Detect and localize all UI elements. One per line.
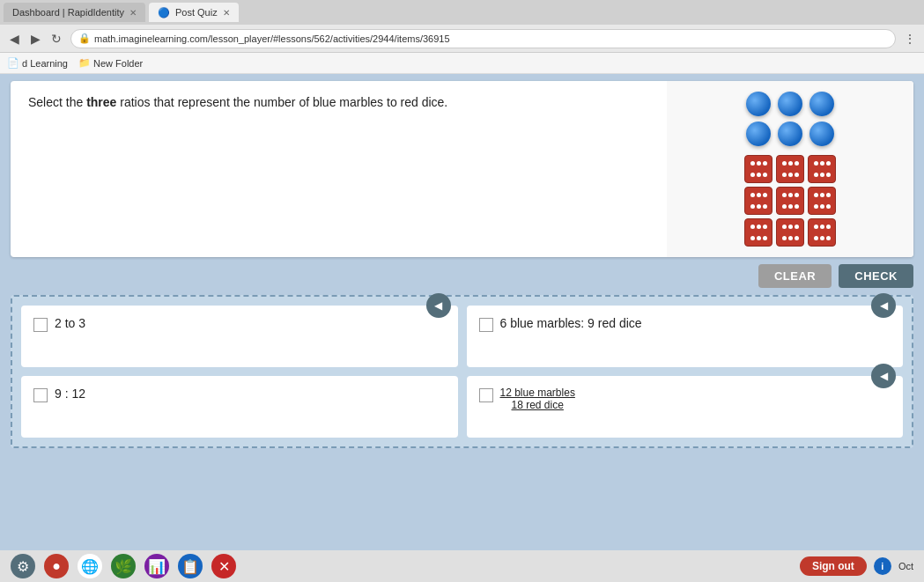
- more-options-icon[interactable]: ⋮: [903, 32, 917, 46]
- question-visual-area: [667, 81, 913, 257]
- marbles-row-1: [746, 92, 834, 116]
- tab-dashboard[interactable]: Dashboard | RapidIdentity ✕: [4, 3, 145, 22]
- die-4: [744, 187, 772, 215]
- marble-6: [809, 122, 834, 146]
- tab-close-icon2[interactable]: ✕: [223, 8, 230, 18]
- checkbox-4[interactable]: [479, 388, 493, 402]
- taskbar-icon-blue[interactable]: 📋: [178, 554, 203, 578]
- choice-label-2: 6 blue marbles: 9 red dice: [500, 316, 642, 330]
- fraction-denominator: 18 red dice: [512, 399, 564, 411]
- back-button[interactable]: ◀: [7, 32, 21, 46]
- speaker-icon-1: ◀: [434, 299, 442, 312]
- fraction: 12 blue marbles 18 red dice: [500, 387, 575, 412]
- die-9: [808, 218, 836, 247]
- taskbar-date: Oct: [898, 561, 913, 571]
- taskbar-icon-chrome[interactable]: 🌐: [78, 554, 102, 578]
- choice-card-1[interactable]: ◀ 2 to 3: [21, 306, 458, 367]
- speaker-icon-4: ◀: [880, 370, 888, 382]
- die-7: [744, 218, 772, 247]
- choices-section: ◀ 2 to 3 ◀ 6 blue marbles: 9 red dice 9 …: [11, 295, 913, 448]
- lock-icon: 🔒: [78, 33, 91, 44]
- buttons-row: CLEAR CHECK: [11, 264, 913, 288]
- bookmark-folder-label: New Folder: [93, 58, 143, 69]
- taskbar-icon-circle[interactable]: ●: [44, 554, 69, 578]
- choice-label-3: 9 : 12: [55, 387, 85, 401]
- question-suffix: ratios that represent the number of blue…: [116, 95, 447, 109]
- tab-postquiz[interactable]: 🔵 Post Quiz ✕: [149, 3, 239, 22]
- question-prefix: Select the: [28, 95, 86, 109]
- clear-button[interactable]: CLEAR: [758, 264, 832, 288]
- dice-grid: [744, 155, 836, 247]
- marble-4: [746, 122, 771, 146]
- die-6: [808, 187, 836, 215]
- tab-postquiz-label: Post Quiz: [175, 7, 218, 18]
- forward-button[interactable]: ▶: [28, 32, 42, 46]
- folder-icon: 📁: [78, 57, 91, 69]
- main-content: Select the three ratios that represent t…: [0, 74, 924, 582]
- tab-close-icon[interactable]: ✕: [129, 8, 137, 18]
- bookmark-dashboard[interactable]: 📄 d Learning: [7, 57, 68, 69]
- taskbar-right: Sign out i Oct: [800, 556, 913, 576]
- taskbar-icon-leaf[interactable]: 🌿: [111, 554, 136, 578]
- question-text-area: Select the three ratios that represent t…: [11, 81, 667, 257]
- taskbar: ⚙ ● 🌐 🌿 📊 📋 ✕ Sign out i Oct: [0, 550, 924, 582]
- bookmark-label: d Learning: [22, 58, 68, 69]
- url-bar[interactable]: 🔒 math.imaginelearning.com/lesson_player…: [70, 29, 896, 48]
- audio-button-4[interactable]: ◀: [871, 364, 896, 388]
- choice-label-1: 2 to 3: [55, 316, 85, 330]
- tab-postquiz-icon: 🔵: [158, 7, 170, 18]
- sign-out-button[interactable]: Sign out: [800, 556, 867, 576]
- audio-button-2[interactable]: ◀: [871, 293, 896, 318]
- choice-card-4[interactable]: ◀ 12 blue marbles 18 red dice: [467, 376, 904, 438]
- marble-2: [778, 92, 802, 116]
- marble-5: [778, 122, 802, 146]
- marble-3: [809, 92, 834, 116]
- info-icon[interactable]: i: [874, 557, 891, 575]
- audio-button-1[interactable]: ◀: [426, 293, 451, 318]
- check-button[interactable]: CHECK: [839, 264, 913, 288]
- marbles-row-2: [746, 122, 834, 146]
- die-8: [776, 218, 804, 247]
- fraction-numerator: 12 blue marbles: [500, 387, 575, 399]
- checkbox-2[interactable]: [479, 318, 493, 332]
- bookmark-icon: 📄: [7, 57, 19, 69]
- die-5: [776, 187, 804, 215]
- choice-card-3[interactable]: 9 : 12: [21, 376, 458, 438]
- marble-1: [746, 92, 771, 116]
- question-card: Select the three ratios that represent t…: [11, 81, 913, 257]
- taskbar-icons: ⚙ ● 🌐 🌿 📊 📋 ✕: [11, 554, 236, 578]
- choice-card-2[interactable]: ◀ 6 blue marbles: 9 red dice: [467, 306, 904, 367]
- checkbox-1[interactable]: [33, 318, 48, 332]
- checkbox-3[interactable]: [33, 388, 48, 402]
- taskbar-icon-settings[interactable]: ⚙: [11, 554, 35, 578]
- bookmark-folder[interactable]: 📁 New Folder: [78, 57, 143, 69]
- question-bold: three: [86, 95, 116, 109]
- question-text: Select the three ratios that represent t…: [28, 95, 649, 109]
- die-2: [776, 155, 804, 183]
- speaker-icon-2: ◀: [880, 299, 888, 312]
- taskbar-icon-red2[interactable]: ✕: [211, 554, 236, 578]
- taskbar-icon-purple[interactable]: 📊: [144, 554, 169, 578]
- tab-dashboard-label: Dashboard | RapidIdentity: [12, 7, 124, 18]
- die-1: [744, 155, 772, 183]
- refresh-button[interactable]: ↻: [49, 32, 63, 46]
- url-text: math.imaginelearning.com/lesson_player/#…: [94, 33, 450, 44]
- choice-label-4: 12 blue marbles 18 red dice: [500, 387, 577, 412]
- die-3: [808, 155, 836, 183]
